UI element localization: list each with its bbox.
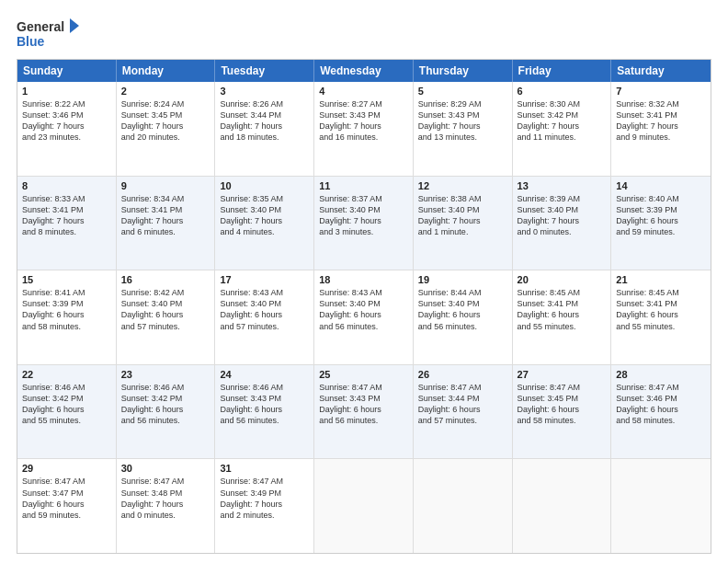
header-cell-wednesday: Wednesday [314,60,414,82]
calendar-cell: 28Sunrise: 8:47 AM Sunset: 3:46 PM Dayli… [611,365,711,459]
day-number: 18 [319,274,408,285]
day-number: 1 [22,86,111,97]
calendar-cell: 11Sunrise: 8:37 AM Sunset: 3:40 PM Dayli… [314,177,414,270]
day-number: 10 [220,180,309,191]
calendar-row-1: 1Sunrise: 8:22 AM Sunset: 3:46 PM Daylig… [17,82,711,177]
logo: GeneralBlue [17,17,81,52]
calendar-cell: 5Sunrise: 8:29 AM Sunset: 3:43 PM Daylig… [414,82,513,176]
day-number: 13 [518,180,607,191]
cell-info: Sunrise: 8:29 AM Sunset: 3:43 PM Dayligh… [418,98,507,144]
calendar-cell: 14Sunrise: 8:40 AM Sunset: 3:39 PM Dayli… [611,177,711,270]
calendar-row-4: 22Sunrise: 8:46 AM Sunset: 3:42 PM Dayli… [17,365,711,460]
calendar-cell: 19Sunrise: 8:44 AM Sunset: 3:40 PM Dayli… [414,270,513,364]
day-number: 25 [319,369,408,380]
page: GeneralBlue SundayMondayTuesdayWednesday… [0,0,728,563]
cell-info: Sunrise: 8:35 AM Sunset: 3:40 PM Dayligh… [220,193,309,238]
header-cell-monday: Monday [117,60,216,82]
calendar-cell [414,459,513,553]
calendar-cell: 10Sunrise: 8:35 AM Sunset: 3:40 PM Dayli… [215,177,314,270]
day-number: 30 [121,463,210,474]
logo-svg: GeneralBlue [17,17,81,52]
header-cell-sunday: Sunday [17,60,117,82]
calendar-cell: 13Sunrise: 8:39 AM Sunset: 3:40 PM Dayli… [513,177,612,270]
calendar-cell: 16Sunrise: 8:42 AM Sunset: 3:40 PM Dayli… [117,270,216,364]
calendar-cell: 29Sunrise: 8:47 AM Sunset: 3:47 PM Dayli… [17,459,117,553]
cell-info: Sunrise: 8:43 AM Sunset: 3:40 PM Dayligh… [319,287,408,332]
cell-info: Sunrise: 8:40 AM Sunset: 3:39 PM Dayligh… [616,193,706,238]
cell-info: Sunrise: 8:46 AM Sunset: 3:42 PM Dayligh… [22,382,111,427]
cell-info: Sunrise: 8:47 AM Sunset: 3:44 PM Dayligh… [418,382,507,427]
day-number: 5 [418,86,507,97]
day-number: 15 [22,274,111,285]
svg-text:Blue: Blue [17,34,45,49]
calendar-cell: 18Sunrise: 8:43 AM Sunset: 3:40 PM Dayli… [314,270,414,364]
day-number: 17 [220,274,309,285]
calendar-cell: 2Sunrise: 8:24 AM Sunset: 3:45 PM Daylig… [117,82,216,176]
day-number: 31 [220,463,309,474]
header-cell-saturday: Saturday [611,60,711,82]
day-number: 7 [616,86,706,97]
day-number: 11 [319,180,408,191]
calendar-cell [314,459,414,553]
calendar-cell: 20Sunrise: 8:45 AM Sunset: 3:41 PM Dayli… [513,270,612,364]
calendar-cell: 23Sunrise: 8:46 AM Sunset: 3:42 PM Dayli… [117,365,216,459]
calendar-cell: 17Sunrise: 8:43 AM Sunset: 3:40 PM Dayli… [215,270,314,364]
day-number: 28 [616,369,706,380]
cell-info: Sunrise: 8:30 AM Sunset: 3:42 PM Dayligh… [518,98,607,144]
cell-info: Sunrise: 8:45 AM Sunset: 3:41 PM Dayligh… [616,287,706,332]
cell-info: Sunrise: 8:44 AM Sunset: 3:40 PM Dayligh… [418,287,507,332]
calendar-row-2: 8Sunrise: 8:33 AM Sunset: 3:41 PM Daylig… [17,177,711,271]
header-cell-thursday: Thursday [414,60,513,82]
calendar-cell [611,459,711,553]
day-number: 24 [220,369,309,380]
calendar-cell: 1Sunrise: 8:22 AM Sunset: 3:46 PM Daylig… [17,82,117,176]
cell-info: Sunrise: 8:22 AM Sunset: 3:46 PM Dayligh… [22,98,111,144]
cell-info: Sunrise: 8:27 AM Sunset: 3:43 PM Dayligh… [319,98,408,144]
calendar-cell: 27Sunrise: 8:47 AM Sunset: 3:45 PM Dayli… [513,365,612,459]
calendar-cell: 7Sunrise: 8:32 AM Sunset: 3:41 PM Daylig… [611,82,711,176]
cell-info: Sunrise: 8:45 AM Sunset: 3:41 PM Dayligh… [518,287,607,332]
calendar-cell: 8Sunrise: 8:33 AM Sunset: 3:41 PM Daylig… [17,177,117,270]
cell-info: Sunrise: 8:34 AM Sunset: 3:41 PM Dayligh… [121,193,210,238]
cell-info: Sunrise: 8:37 AM Sunset: 3:40 PM Dayligh… [319,193,408,238]
cell-info: Sunrise: 8:32 AM Sunset: 3:41 PM Dayligh… [616,98,706,144]
day-number: 6 [518,86,607,97]
header: GeneralBlue [17,17,711,52]
calendar-cell: 9Sunrise: 8:34 AM Sunset: 3:41 PM Daylig… [117,177,216,270]
cell-info: Sunrise: 8:38 AM Sunset: 3:40 PM Dayligh… [418,193,507,238]
cell-info: Sunrise: 8:47 AM Sunset: 3:49 PM Dayligh… [220,476,309,521]
cell-info: Sunrise: 8:47 AM Sunset: 3:46 PM Dayligh… [616,382,706,427]
calendar-cell: 21Sunrise: 8:45 AM Sunset: 3:41 PM Dayli… [611,270,711,364]
cell-info: Sunrise: 8:41 AM Sunset: 3:39 PM Dayligh… [22,287,111,332]
cell-info: Sunrise: 8:46 AM Sunset: 3:42 PM Dayligh… [121,382,210,427]
calendar-row-3: 15Sunrise: 8:41 AM Sunset: 3:39 PM Dayli… [17,270,711,365]
calendar-cell: 25Sunrise: 8:47 AM Sunset: 3:43 PM Dayli… [314,365,414,459]
calendar-cell: 4Sunrise: 8:27 AM Sunset: 3:43 PM Daylig… [314,82,414,176]
day-number: 29 [22,463,111,474]
calendar-cell: 30Sunrise: 8:47 AM Sunset: 3:48 PM Dayli… [117,459,216,553]
calendar-row-5: 29Sunrise: 8:47 AM Sunset: 3:47 PM Dayli… [17,459,711,553]
cell-info: Sunrise: 8:47 AM Sunset: 3:48 PM Dayligh… [121,476,210,521]
day-number: 3 [220,86,309,97]
calendar-header: SundayMondayTuesdayWednesdayThursdayFrid… [17,60,711,82]
header-cell-friday: Friday [513,60,612,82]
cell-info: Sunrise: 8:47 AM Sunset: 3:43 PM Dayligh… [319,382,408,427]
day-number: 2 [121,86,210,97]
calendar-cell: 3Sunrise: 8:26 AM Sunset: 3:44 PM Daylig… [215,82,314,176]
cell-info: Sunrise: 8:42 AM Sunset: 3:40 PM Dayligh… [121,287,210,332]
calendar-cell: 24Sunrise: 8:46 AM Sunset: 3:43 PM Dayli… [215,365,314,459]
cell-info: Sunrise: 8:33 AM Sunset: 3:41 PM Dayligh… [22,193,111,238]
cell-info: Sunrise: 8:47 AM Sunset: 3:47 PM Dayligh… [22,476,111,521]
day-number: 21 [616,274,706,285]
day-number: 19 [418,274,507,285]
day-number: 12 [418,180,507,191]
day-number: 14 [616,180,706,191]
cell-info: Sunrise: 8:24 AM Sunset: 3:45 PM Dayligh… [121,98,210,144]
svg-marker-2 [70,18,79,33]
cell-info: Sunrise: 8:26 AM Sunset: 3:44 PM Dayligh… [220,98,309,144]
cell-info: Sunrise: 8:43 AM Sunset: 3:40 PM Dayligh… [220,287,309,332]
calendar-cell [513,459,612,553]
calendar-cell: 26Sunrise: 8:47 AM Sunset: 3:44 PM Dayli… [414,365,513,459]
svg-text:General: General [17,19,64,34]
calendar-cell: 22Sunrise: 8:46 AM Sunset: 3:42 PM Dayli… [17,365,117,459]
